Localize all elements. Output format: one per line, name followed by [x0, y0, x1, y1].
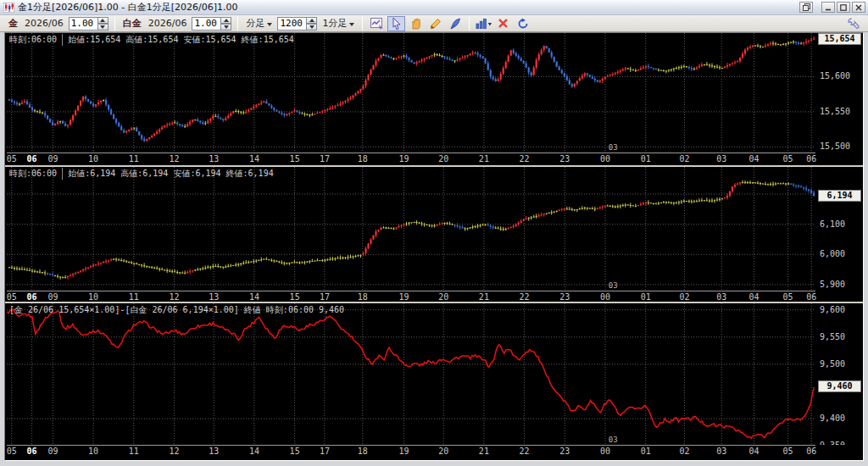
price-tick-label: 15,600 — [820, 71, 850, 80]
gold-contract[interactable]: 2026/06 — [25, 18, 64, 29]
platinum-multiplier-stepper[interactable] — [192, 17, 231, 31]
time-tick-label: 05 — [783, 154, 793, 164]
time-tick-label: 02 — [679, 292, 689, 302]
time-tick-label: 14 — [249, 154, 259, 164]
time-tick-label: 00 — [600, 447, 610, 456]
time-tick-label: 13 — [209, 447, 219, 456]
platinum-multiplier-input[interactable] — [192, 17, 220, 31]
time-tick-label: 22 — [520, 154, 530, 164]
time-tick-label: 11 — [129, 154, 139, 164]
chart-settings-icon — [370, 18, 384, 30]
time-tick-label: 05 — [7, 447, 17, 456]
cursor-button[interactable] — [387, 16, 405, 31]
refresh-button[interactable] — [514, 16, 531, 31]
chart-type-button[interactable] — [475, 16, 492, 31]
time-tick-label: 15 — [290, 154, 300, 164]
time-tick-label: 09 — [47, 292, 58, 302]
time-tick-label: 11 — [129, 447, 139, 456]
time-tick-label: 13 — [209, 292, 219, 302]
time-tick-label: 09 — [47, 154, 58, 164]
gold-label: 金 — [8, 17, 18, 30]
time-tick-label: 20 — [438, 154, 448, 164]
time-tick-label: 15 — [290, 447, 300, 456]
app-icon — [3, 3, 14, 13]
current-price-badge: 6,194 — [818, 190, 861, 202]
timeframe-dropdown[interactable]: 1分足 — [322, 17, 354, 30]
refresh-icon — [517, 18, 529, 30]
time-tick-label: 12 — [169, 292, 179, 302]
time-tick-label: 05 — [783, 292, 793, 302]
app-window: 金1分足[2026/06]1.00 - 白金1分足[2026/06]1.00 金… — [0, 0, 868, 466]
time-tick-label: 04 — [748, 447, 759, 456]
time-tick-label: 05 — [7, 154, 17, 164]
price-tick-label: 9,400 — [820, 413, 845, 423]
time-tick-label: 06 — [27, 292, 37, 302]
gold-plot[interactable]: 時刻:06:00 始値:15,654 高値:15,654 安値:15,654 終… — [7, 33, 815, 153]
time-tick-label: 23 — [559, 447, 570, 456]
time-tick-label: 21 — [479, 154, 489, 164]
titlebar[interactable]: 金1分足[2026/06]1.00 - 白金1分足[2026/06]1.00 — [0, 0, 868, 15]
time-tick-label: 18 — [358, 447, 368, 456]
time-tick-label: 06 — [27, 154, 37, 164]
gold-time-axis: 0506091011121314151718192021222300010203… — [7, 153, 815, 165]
time-tick-label: 06 — [806, 447, 816, 456]
gold-multiplier-stepper[interactable] — [69, 17, 108, 31]
time-tick-label: 06 — [27, 447, 37, 456]
spin-down-icon[interactable] — [220, 24, 231, 31]
time-tick-label: 19 — [398, 292, 409, 302]
time-tick-label: 14 — [249, 292, 259, 302]
time-tick-label: 06 — [806, 154, 816, 164]
time-tick-label: 05 — [783, 447, 793, 456]
platinum-label: 白金 — [123, 17, 142, 30]
toolbar-separator — [362, 17, 363, 31]
panel-gold-candles: 時刻:06:00 始値:15,654 高値:15,654 安値:15,654 終… — [5, 33, 863, 165]
time-tick-label: 20 — [438, 447, 448, 456]
time-tick-label: 17 — [320, 447, 330, 456]
time-tick-label: 21 — [479, 292, 489, 302]
maximize-icon[interactable] — [837, 2, 850, 13]
bar-type-dropdown[interactable]: 分足 — [246, 17, 272, 30]
time-tick-label: 10 — [88, 447, 98, 456]
minimize-icon[interactable] — [821, 2, 835, 13]
time-tick-label: 22 — [520, 292, 530, 302]
spin-up-icon[interactable] — [97, 17, 108, 24]
platinum-plot[interactable]: 時刻:06:00 始値:6,194 高値:6,194 安値:6,194 終値:6… — [7, 167, 815, 291]
pan-button[interactable] — [407, 16, 425, 31]
settings-wrench-button[interactable] — [844, 16, 862, 31]
price-tick-label: 15,500 — [820, 141, 850, 151]
time-tick-label: 01 — [641, 292, 651, 302]
panel-platinum-candles: 時刻:06:00 始値:6,194 高値:6,194 安値:6,194 終値:6… — [5, 165, 863, 302]
chart-settings-button[interactable] — [368, 16, 386, 31]
platinum-contract[interactable]: 2026/06 — [148, 18, 187, 29]
pencil-icon — [430, 18, 442, 30]
platinum-price-axis: 6,2006,1006,0005,9006,194 — [817, 167, 863, 291]
time-tick-label: 15 — [290, 292, 300, 302]
draw-pen-button[interactable] — [446, 16, 464, 31]
bar-count-stepper[interactable] — [277, 17, 317, 31]
float-icon[interactable] — [799, 2, 813, 13]
gold-price-axis: 15,60015,55015,50015,654 — [817, 33, 863, 153]
spin-up-icon[interactable] — [306, 17, 317, 24]
current-price-badge: 9,460 — [818, 380, 861, 392]
current-price-badge: 15,654 — [818, 33, 861, 45]
spin-up-icon[interactable] — [220, 17, 231, 24]
time-tick-label: 12 — [169, 154, 179, 164]
time-tick-label: 01 — [641, 447, 651, 456]
delete-drawings-button[interactable] — [494, 16, 512, 31]
spin-down-icon[interactable] — [306, 24, 317, 31]
bar-count-input[interactable] — [277, 17, 306, 31]
spin-down-icon[interactable] — [97, 24, 108, 31]
time-tick-label: 22 — [520, 447, 530, 456]
time-tick-label: 14 — [249, 447, 259, 456]
time-tick-label: 03 — [716, 292, 726, 302]
time-tick-label: 10 — [88, 154, 98, 164]
gold-multiplier-input[interactable] — [69, 17, 97, 31]
draw-pencil-button[interactable] — [426, 16, 444, 31]
close-icon[interactable] — [852, 2, 865, 13]
toolbar-separator — [237, 17, 238, 31]
delete-icon — [498, 18, 509, 29]
time-tick-label: 11 — [129, 292, 139, 302]
spread-plot[interactable]: [金 26/06 15,654×1.00]-[白金 26/06 6,194×1.… — [7, 303, 815, 445]
time-tick-label: 20 — [438, 292, 448, 302]
time-tick-label: 12 — [169, 447, 179, 456]
